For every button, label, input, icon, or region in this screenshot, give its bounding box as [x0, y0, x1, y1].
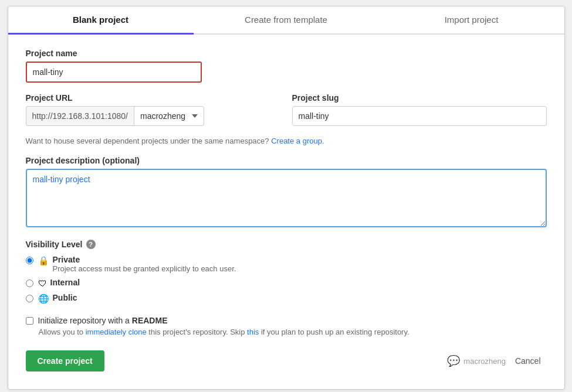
- url-row: http://192.168.3.101:1080/ macrozheng: [26, 106, 280, 126]
- form-content: Project name Project URL http://192.168.…: [8, 35, 564, 389]
- visibility-internal-radio[interactable]: [26, 279, 33, 287]
- lock-icon: 🔒: [38, 255, 49, 266]
- visibility-help-icon[interactable]: ?: [86, 240, 96, 249]
- visibility-private-radio[interactable]: [26, 257, 33, 264]
- tab-blank-project[interactable]: Blank project: [8, 6, 194, 35]
- project-name-label: Project name: [26, 49, 547, 58]
- project-url-group: Project URL http://192.168.3.101:1080/ m…: [26, 93, 280, 126]
- cancel-button[interactable]: Cancel: [509, 350, 547, 371]
- buttons-row: Create project 💬 macrozheng Cancel: [26, 350, 547, 371]
- init-repo-item: Initialize repository with a README: [26, 316, 547, 325]
- immediately-clone-link[interactable]: immediately clone: [86, 328, 147, 336]
- globe-icon: 🌐: [38, 294, 49, 304]
- create-project-button[interactable]: Create project: [26, 350, 104, 371]
- project-slug-input[interactable]: [292, 106, 547, 126]
- main-container: Blank project Create from template Impor…: [8, 6, 565, 390]
- init-repo-section: Initialize repository with a README Allo…: [26, 316, 547, 336]
- watermark-icon: 💬: [447, 354, 460, 367]
- visibility-label: Visibility Level ?: [26, 240, 547, 249]
- visibility-internal: 🛡 Internal: [26, 278, 547, 288]
- public-label: Public: [53, 293, 77, 302]
- namespace-select[interactable]: macrozheng: [134, 106, 204, 126]
- private-desc: Project access must be granted explicitl…: [53, 264, 236, 273]
- internal-label: Internal: [50, 278, 80, 287]
- visibility-label-text: Visibility Level: [26, 240, 83, 249]
- watermark: 💬 macrozheng Cancel: [447, 350, 546, 371]
- project-slug-label: Project slug: [292, 93, 547, 103]
- init-readme-checkbox[interactable]: [26, 317, 33, 325]
- namespace-help-text: Want to house several dependent projects…: [26, 137, 269, 145]
- this-link[interactable]: this: [247, 328, 259, 336]
- visibility-private: 🔒 Private Project access must be granted…: [26, 255, 547, 273]
- shield-icon: 🛡: [38, 278, 47, 288]
- tab-bar: Blank project Create from template Impor…: [8, 6, 564, 35]
- init-readme-help: Allows you to immediately clone this pro…: [39, 328, 547, 336]
- project-url-label: Project URL: [26, 93, 280, 103]
- create-group-link[interactable]: Create a group: [271, 137, 322, 145]
- watermark-text: macrozheng: [463, 357, 506, 366]
- description-label: Project description (optional): [26, 156, 547, 165]
- namespace-help: Want to house several dependent projects…: [26, 137, 547, 145]
- url-slug-row: Project URL http://192.168.3.101:1080/ m…: [26, 93, 547, 126]
- project-name-group: Project name: [26, 49, 547, 83]
- visibility-public-radio[interactable]: [26, 295, 33, 302]
- init-readme-label: Initialize repository with a README: [38, 316, 168, 325]
- project-slug-group: Project slug: [292, 93, 547, 126]
- project-name-input[interactable]: [26, 62, 202, 83]
- visibility-public: 🌐 Public: [26, 293, 547, 304]
- tab-import-project[interactable]: Import project: [379, 6, 564, 35]
- visibility-section: Visibility Level ? 🔒 Private Project acc…: [26, 240, 547, 304]
- private-label: Private: [53, 255, 236, 264]
- url-prefix: http://192.168.3.101:1080/: [26, 106, 134, 126]
- tab-create-from-template[interactable]: Create from template: [194, 6, 379, 35]
- description-textarea[interactable]: mall-tiny project: [26, 169, 547, 227]
- description-group: Project description (optional) mall-tiny…: [26, 156, 547, 229]
